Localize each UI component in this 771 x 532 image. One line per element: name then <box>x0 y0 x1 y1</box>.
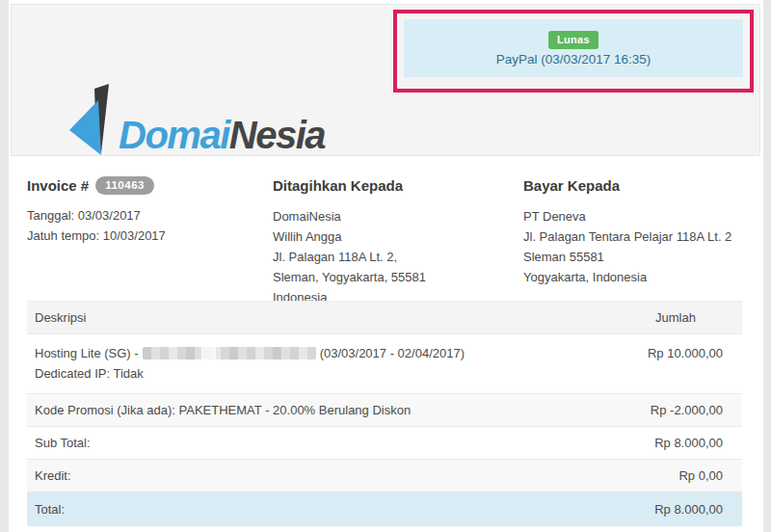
billed-to-line: Sleman, Yogyakarta, 55581 <box>273 267 523 287</box>
invoice-items-table: Deskripsi Jumlah Hosting Lite (SG) -(03/… <box>27 301 742 526</box>
invoice-title-row: Invoice # 110463 <box>27 176 273 195</box>
billed-to-line: DomaiNesia <box>273 206 523 226</box>
invoice-card: DomaiNesia Lunas PayPal (03/03/2017 16:3… <box>9 0 763 532</box>
logo-text-dark: Nesia <box>229 114 325 156</box>
subtotal-label: Sub Total: <box>27 427 636 459</box>
hosting-item-description: Hosting Lite (SG) -(03/03/2017 - 02/04/2… <box>27 334 636 393</box>
hosting-item-dedicated-ip: Dedicated IP: Tidak <box>35 363 628 384</box>
hosting-item-text-before: Hosting Lite (SG) - <box>35 346 139 360</box>
logo-text-blue: Domai <box>119 114 229 156</box>
pay-to-line: PT Deneva <box>523 206 744 226</box>
domainesia-logo-text: DomaiNesia <box>119 116 325 154</box>
table-row-credit: Kredit: Rp 0,00 <box>27 460 742 492</box>
total-label: Total: <box>27 492 636 526</box>
status-badge: Lunas <box>548 31 598 49</box>
billed-to-line: Jl. Palagan 118A Lt. 2, <box>273 247 523 267</box>
table-row-subtotal: Sub Total: Rp 8.000,00 <box>27 427 742 460</box>
pay-to-heading: Bayar Kepada <box>523 176 744 196</box>
promo-description: Kode Promosi (Jika ada): PAKETHEMAT - 20… <box>27 394 636 426</box>
subtotal-amount: Rp 8.000,00 <box>636 427 742 459</box>
table-row-promo: Kode Promosi (Jika ada): PAKETHEMAT - 20… <box>27 394 742 427</box>
invoice-page: DomaiNesia Lunas PayPal (03/03/2017 16:3… <box>0 0 771 532</box>
invoice-header-panel: DomaiNesia Lunas PayPal (03/03/2017 16:3… <box>11 4 760 156</box>
invoice-title: Invoice # <box>27 177 89 194</box>
invoice-due-date: Jatuh tempo: 10/03/2017 <box>27 226 273 246</box>
redacted-domain-mosaic <box>143 347 316 359</box>
pay-to-address: PT Deneva Jl. Palagan Tentara Pelajar 11… <box>523 206 744 287</box>
invoice-date: Tanggal: 03/03/2017 <box>27 205 273 226</box>
billed-to-column: Ditagihkan Kepada DomaiNesia Willih Angg… <box>273 176 523 307</box>
domainesia-logo: DomaiNesia <box>67 84 325 157</box>
invoice-meta: Invoice # 110463 Tanggal: 03/03/2017 Jat… <box>27 176 744 307</box>
total-amount: Rp 8.000,00 <box>636 492 742 526</box>
table-row-hosting-item: Hosting Lite (SG) -(03/03/2017 - 02/04/2… <box>27 334 742 394</box>
description-column-header: Deskripsi <box>27 302 655 333</box>
table-header-row: Deskripsi Jumlah <box>27 301 742 334</box>
payment-status-box: Lunas PayPal (03/03/2017 16:35) <box>404 19 743 77</box>
billed-to-heading: Ditagihkan Kepada <box>273 176 523 196</box>
table-row-total: Total: Rp 8.000,00 <box>27 492 742 526</box>
payment-method-line: PayPal (03/03/2017 16:35) <box>404 52 743 66</box>
pay-to-column: Bayar Kepada PT Deneva Jl. Palagan Tenta… <box>523 176 744 307</box>
promo-amount: Rp -2.000,00 <box>636 394 742 426</box>
billed-to-address: DomaiNesia Willih Angga Jl. Palagan 118A… <box>273 206 523 307</box>
invoice-dates: Tanggal: 03/03/2017 Jatuh tempo: 10/03/2… <box>27 205 273 246</box>
pay-to-line: Yogyakarta, Indonesia <box>523 267 744 287</box>
credit-label: Kredit: <box>27 460 636 492</box>
annotation-highlight-box: Lunas PayPal (03/03/2017 16:35) <box>393 10 754 93</box>
invoice-number-badge: 110463 <box>95 176 154 195</box>
credit-amount: Rp 0,00 <box>636 460 742 492</box>
amount-column-header: Jumlah <box>655 302 742 333</box>
billed-to-line: Willih Angga <box>273 226 523 247</box>
hosting-item-text-after: (03/03/2017 - 02/04/2017) <box>320 346 465 360</box>
hosting-item-amount: Rp 10.000,00 <box>636 334 742 373</box>
pay-to-line: Jl. Palagan Tentara Pelajar 118A Lt. 2 <box>523 226 744 247</box>
pay-to-line: Sleman 55581 <box>523 247 744 267</box>
invoice-info-column: Invoice # 110463 Tanggal: 03/03/2017 Jat… <box>27 176 273 307</box>
